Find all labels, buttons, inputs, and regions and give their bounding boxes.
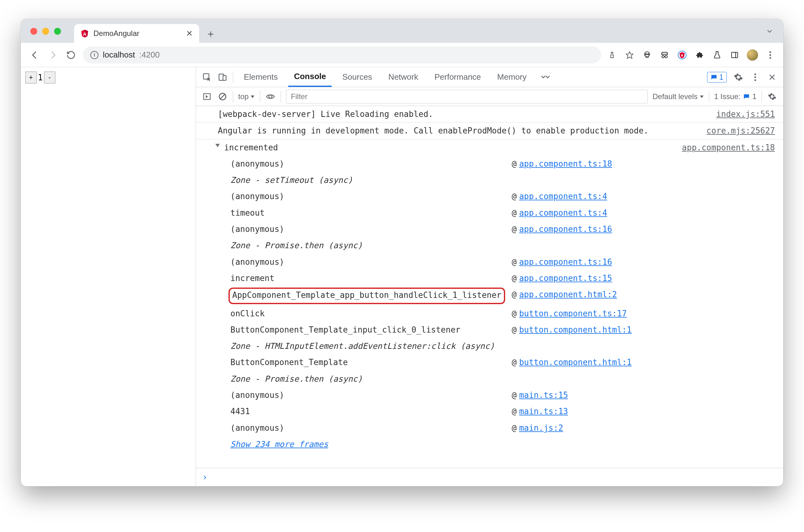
tab-memory[interactable]: Memory <box>492 67 532 87</box>
sidepanel-icon[interactable] <box>729 50 740 60</box>
issues-indicator[interactable]: 1 Issue: 1 <box>714 92 757 101</box>
highlighted-frame: AppComponent_Template_app_button_handleC… <box>229 288 505 304</box>
frame-name: ButtonComponent_Template <box>230 358 348 367</box>
svg-point-16 <box>769 57 771 58</box>
forward-button[interactable] <box>46 49 59 61</box>
frame-source-link[interactable]: button.component.html:1 <box>519 358 632 367</box>
more-tabs-icon[interactable] <box>540 72 551 82</box>
frame-source-link[interactable]: app.component.ts:18 <box>519 159 612 169</box>
address-bar: i localhost:4200 A <box>21 43 783 67</box>
show-more-link[interactable]: Show 234 more frames <box>230 438 328 451</box>
tabstrip-chevron-icon[interactable] <box>766 27 774 35</box>
frame-source-link[interactable]: app.component.ts:4 <box>519 208 607 217</box>
tab-console[interactable]: Console <box>288 67 332 87</box>
new-tab-button[interactable]: ＋ <box>203 26 218 42</box>
increment-button[interactable]: + <box>25 72 37 83</box>
show-more-frames[interactable]: Show 234 more frames <box>196 436 783 452</box>
device-toolbar-icon[interactable] <box>217 72 228 82</box>
issues-label: 1 Issue: <box>714 92 741 101</box>
frame-source-link[interactable]: main.ts:15 <box>519 391 568 400</box>
url-field[interactable]: i localhost:4200 <box>83 46 601 63</box>
svg-line-27 <box>221 94 225 99</box>
log-levels-selector[interactable]: Default levels <box>653 92 704 101</box>
stack-frame: Zone - Promise.then (async) <box>196 371 783 387</box>
issues-count: 1 <box>752 92 757 101</box>
decrement-button[interactable]: - <box>44 72 55 83</box>
zone-label: Zone - Promise.then (async) <box>230 239 363 252</box>
reload-button[interactable] <box>65 49 77 61</box>
stack-frame: AppComponent_Template_app_button_handleC… <box>196 286 783 305</box>
extension-incognito-icon[interactable] <box>659 50 670 60</box>
extension-skull-icon[interactable] <box>642 50 652 60</box>
context-selector[interactable]: top <box>238 92 255 101</box>
share-icon[interactable] <box>607 50 617 60</box>
frame-source-link[interactable]: app.component.ts:16 <box>519 224 612 234</box>
frame-name: ButtonComponent_Template_input_click_0_l… <box>230 325 460 335</box>
clear-console-icon[interactable] <box>217 91 228 102</box>
frame-source-link[interactable]: main.ts:13 <box>519 407 568 416</box>
back-button[interactable] <box>28 49 41 61</box>
at-symbol: @ <box>512 358 517 367</box>
live-expression-icon[interactable] <box>265 91 276 102</box>
tab-performance[interactable]: Performance <box>429 67 487 87</box>
frame-source-link[interactable]: button.component.html:1 <box>519 325 632 335</box>
svg-marker-28 <box>251 95 255 98</box>
at-symbol: @ <box>512 208 517 217</box>
devtools-settings-icon[interactable] <box>733 72 744 82</box>
frame-source-link[interactable]: main.js:2 <box>519 423 563 433</box>
browser-tabstrip: A DemoAngular ✕ ＋ <box>21 19 783 43</box>
frame-name: onClick <box>230 309 265 318</box>
expand-triangle-icon[interactable] <box>215 144 220 147</box>
devtools-menu-icon[interactable] <box>750 72 761 82</box>
frame-source-link[interactable]: app.component.ts:4 <box>519 192 607 201</box>
frame-name: timeout <box>230 208 265 217</box>
devtools-close-icon[interactable] <box>767 72 778 82</box>
prompt-caret-icon: › <box>202 472 208 482</box>
stack-frame: (anonymous)@app.component.ts:16 <box>196 221 783 237</box>
stack-frame: ButtonComponent_Template@button.componen… <box>196 354 783 370</box>
frame-source-link[interactable]: app.component.ts:16 <box>519 257 612 267</box>
inspect-element-icon[interactable] <box>202 72 212 82</box>
frame-source-link[interactable]: app.component.ts:15 <box>519 273 612 283</box>
site-info-icon[interactable]: i <box>90 51 98 59</box>
tab-close-icon[interactable]: ✕ <box>186 29 193 38</box>
window-zoom-icon[interactable] <box>54 28 61 35</box>
console-prompt[interactable]: › <box>196 468 783 486</box>
message-source-link[interactable]: app.component.ts:18 <box>682 141 775 154</box>
console-sidebar-toggle-icon[interactable] <box>202 91 212 102</box>
frame-name: increment <box>230 273 274 283</box>
profile-avatar[interactable] <box>747 50 758 61</box>
console-filter-input[interactable] <box>286 90 647 103</box>
extensions-puzzle-icon[interactable] <box>694 50 705 60</box>
devtools-toolbar: Elements Console Sources Network Perform… <box>196 67 783 87</box>
toolbar-icons: A <box>607 50 776 61</box>
svg-point-21 <box>754 76 756 78</box>
message-source-link[interactable]: index.js:551 <box>716 108 775 120</box>
extension-labs-icon[interactable] <box>712 50 722 60</box>
tab-sources[interactable]: Sources <box>337 67 378 87</box>
frame-source-link[interactable]: button.component.ts:17 <box>519 309 627 318</box>
svg-text:A: A <box>83 31 87 37</box>
frame-name: (anonymous) <box>230 192 284 201</box>
window-close-icon[interactable] <box>30 28 37 35</box>
zone-label: Zone - Promise.then (async) <box>230 373 363 385</box>
stack-frame: timeout@app.component.ts:4 <box>196 205 783 221</box>
messages-badge[interactable]: 1 <box>707 72 727 82</box>
bookmark-star-icon[interactable] <box>624 50 635 60</box>
at-symbol: @ <box>512 192 517 201</box>
chrome-menu-icon[interactable] <box>765 50 776 60</box>
messages-count: 1 <box>719 73 723 81</box>
browser-tab[interactable]: A DemoAngular ✕ <box>74 24 199 43</box>
extension-angular-icon[interactable]: A <box>677 50 687 60</box>
console-settings-icon[interactable] <box>767 91 778 102</box>
console-message-expandable[interactable]: incremented app.component.ts:18 <box>196 139 783 156</box>
tab-title: DemoAngular <box>94 29 139 38</box>
tab-elements[interactable]: Elements <box>238 67 283 87</box>
tab-network[interactable]: Network <box>383 67 424 87</box>
message-source-link[interactable]: core.mjs:25627 <box>707 125 775 137</box>
at-symbol: @ <box>512 224 517 234</box>
svg-point-5 <box>646 54 647 55</box>
frame-source-link[interactable]: app.component.html:2 <box>519 290 617 299</box>
window-minimize-icon[interactable] <box>42 28 49 35</box>
at-symbol: @ <box>512 407 517 416</box>
